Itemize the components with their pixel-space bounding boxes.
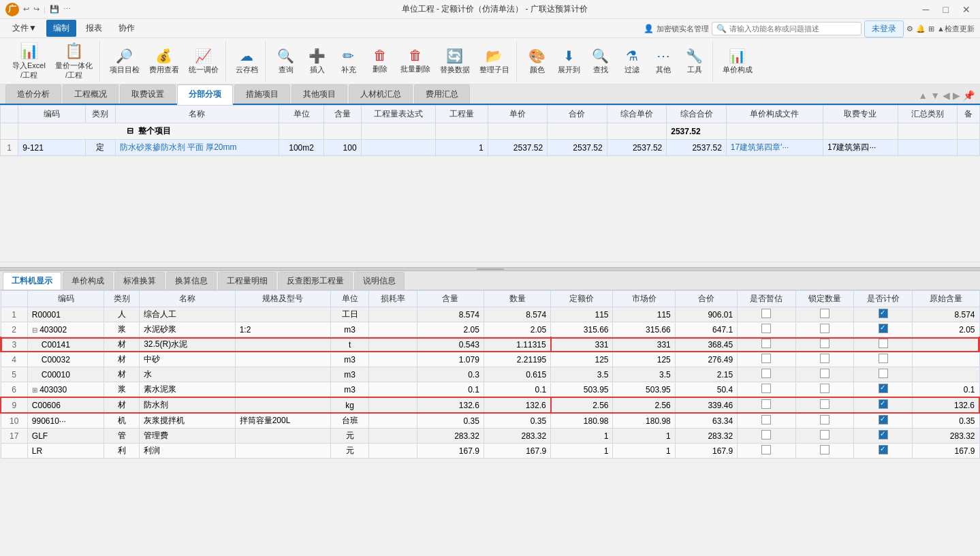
- toolbar-color[interactable]: 🎨 颜色: [522, 44, 552, 79]
- settings-icon[interactable]: ⚙: [906, 25, 913, 33]
- mat-content[interactable]: 0.35: [417, 413, 484, 429]
- mat-lock-qty[interactable]: [795, 367, 854, 382]
- mat-estimate[interactable]: [738, 413, 796, 429]
- toolbar-insert[interactable]: ➕ 插入: [302, 44, 332, 79]
- table-row[interactable]: ⊟ 整个项目 2537.52: [1, 123, 980, 140]
- menu-file[interactable]: 文件▼: [5, 20, 44, 37]
- mat-content[interactable]: 1.079: [417, 352, 484, 367]
- redo-icon[interactable]: ↪: [33, 5, 39, 14]
- menu-edit[interactable]: 编制: [46, 20, 76, 37]
- mat-content[interactable]: 8.574: [417, 307, 484, 322]
- mat-estimate[interactable]: [738, 307, 796, 322]
- mat-content[interactable]: 0.543: [417, 337, 484, 352]
- tab-other-items[interactable]: 其他项目: [291, 84, 347, 104]
- tab-cost-analysis[interactable]: 造价分析: [5, 84, 61, 104]
- priced-checkbox[interactable]: [879, 354, 888, 363]
- toolbar-replace-data[interactable]: 🔄 替换数据: [436, 44, 474, 79]
- mat-lock-qty[interactable]: [795, 352, 854, 367]
- login-button[interactable]: 未登录: [864, 20, 904, 37]
- material-row[interactable]: 5 C00010 材 水 m3 0.3 0.615 3.5 3.5 2.15: [1, 367, 979, 382]
- check-update-btn[interactable]: ▲检查更新: [937, 24, 975, 34]
- material-row[interactable]: 17 GLF 管 管理费 元 283.32 283.32 1 1 283.32 …: [1, 429, 979, 444]
- priced-checkbox[interactable]: [879, 309, 888, 318]
- mat-priced[interactable]: [854, 382, 913, 398]
- toolbar-fee-view[interactable]: 💰 费用查看: [145, 44, 183, 79]
- toolbar-cloud-archive[interactable]: ☁ 云存档: [232, 44, 262, 79]
- estimate-checkbox[interactable]: [761, 324, 771, 333]
- expand-btn[interactable]: ⊞: [32, 386, 37, 394]
- priced-checkbox[interactable]: [879, 384, 888, 393]
- lock-checkbox[interactable]: [820, 309, 829, 318]
- minimize-btn[interactable]: ─: [919, 3, 934, 16]
- mat-estimate[interactable]: [738, 367, 796, 382]
- estimate-checkbox[interactable]: [761, 384, 771, 393]
- expand-btn[interactable]: ⊟: [127, 126, 133, 136]
- estimate-checkbox[interactable]: [761, 354, 771, 363]
- estimate-checkbox[interactable]: [761, 430, 771, 439]
- lock-checkbox[interactable]: [820, 384, 829, 393]
- bottom-tab-description[interactable]: 说明信息: [354, 272, 405, 290]
- mat-estimate[interactable]: [738, 322, 796, 337]
- notifications-icon[interactable]: 🔔: [916, 25, 926, 33]
- toolbar-project-check[interactable]: 🔎 项目目检: [106, 44, 144, 79]
- toolbar-others[interactable]: ⋯ 其他: [648, 44, 678, 79]
- material-row[interactable]: 6 ⊞ 403030 浆 素水泥浆 m3 0.1 0.1 503.95 503.…: [1, 382, 979, 398]
- material-row[interactable]: 4 C00032 材 中砂 m3 1.079 2.21195 125 125 2…: [1, 352, 979, 367]
- lock-checkbox[interactable]: [820, 339, 829, 348]
- toolbar-quantity-price[interactable]: 📋 量价一体化/工程: [51, 44, 97, 79]
- menu-cooperate[interactable]: 协作: [112, 20, 142, 37]
- toolbar-query[interactable]: 🔍 查询: [271, 44, 301, 79]
- priced-checkbox[interactable]: [879, 339, 888, 348]
- mat-lock-qty[interactable]: [795, 337, 854, 352]
- mat-lock-qty[interactable]: [795, 307, 854, 322]
- toolbar-import-excel[interactable]: 📊 导入Excel/工程: [8, 44, 50, 79]
- mat-lock-qty[interactable]: [795, 382, 854, 398]
- mat-priced[interactable]: [854, 444, 913, 459]
- material-row[interactable]: LR 利 利润 元 167.9 167.9 1 1 167.9 167.9: [1, 444, 979, 459]
- material-row[interactable]: 2 ⊟ 403002 浆 水泥砂浆 1:2 m3 2.05 2.05 315.6…: [1, 322, 979, 337]
- material-row[interactable]: 3 C00141 材 32.5(R)水泥 t 0.543 1.11315 331…: [1, 337, 979, 352]
- row-qty[interactable]: 1: [436, 140, 488, 156]
- table-row[interactable]: 1 9-121 定 防水砂浆掺防水剂 平面 厚20mm 100m2 100 1 …: [1, 140, 980, 156]
- lock-checkbox[interactable]: [820, 324, 829, 333]
- maximize-btn[interactable]: □: [939, 3, 953, 16]
- toolbar-expand[interactable]: ⬇ 展开到: [554, 44, 584, 79]
- mat-priced[interactable]: [854, 397, 913, 413]
- pin-icon[interactable]: 📌: [963, 90, 975, 101]
- lock-checkbox[interactable]: [820, 354, 829, 363]
- material-row[interactable]: 9 C00606 材 防水剂 kg 132.6 132.6 2.56 2.56 …: [1, 397, 979, 413]
- estimate-checkbox[interactable]: [761, 399, 771, 409]
- mat-content[interactable]: 132.6: [417, 397, 484, 413]
- mat-priced[interactable]: [854, 367, 913, 382]
- tab-measures[interactable]: 措施项目: [234, 84, 290, 104]
- more-icon[interactable]: ⋯: [63, 5, 71, 14]
- bottom-tab-std-convert[interactable]: 标准换算: [114, 272, 165, 290]
- estimate-checkbox[interactable]: [761, 369, 771, 378]
- estimate-checkbox[interactable]: [761, 445, 771, 454]
- priced-checkbox[interactable]: [879, 430, 888, 439]
- toolbar-price-adjust[interactable]: 📈 统一调价: [185, 44, 223, 79]
- nav-down-icon[interactable]: ▼: [930, 90, 940, 101]
- mat-qty[interactable]: 167.9: [484, 444, 550, 459]
- mat-estimate[interactable]: [738, 444, 796, 459]
- toolbar-supplement[interactable]: ✏ 补充: [334, 44, 364, 79]
- row-code[interactable]: 9-121: [18, 140, 85, 156]
- menu-report[interactable]: 报表: [79, 20, 109, 37]
- lock-checkbox[interactable]: [820, 445, 829, 454]
- priced-checkbox[interactable]: [879, 399, 888, 409]
- toolbar-filter[interactable]: ⚗ 过滤: [617, 44, 647, 79]
- search-input[interactable]: [729, 25, 852, 33]
- tab-fee-summary[interactable]: 费用汇总: [414, 84, 470, 104]
- nav-up-icon[interactable]: ▲: [918, 90, 928, 101]
- grid-icon[interactable]: ⊞: [928, 25, 934, 33]
- mat-content[interactable]: 0.3: [417, 367, 484, 382]
- mat-priced[interactable]: [854, 413, 913, 429]
- lock-checkbox[interactable]: [820, 430, 829, 439]
- bottom-tab-materials[interactable]: 工料机显示: [3, 272, 61, 290]
- estimate-checkbox[interactable]: [761, 415, 771, 424]
- toolbar-tools[interactable]: 🔧 工具: [680, 44, 710, 79]
- estimate-checkbox[interactable]: [761, 309, 771, 318]
- row-qty-expr[interactable]: [361, 140, 435, 156]
- tab-project-overview[interactable]: 工程概况: [63, 84, 118, 104]
- mat-estimate[interactable]: [738, 382, 796, 398]
